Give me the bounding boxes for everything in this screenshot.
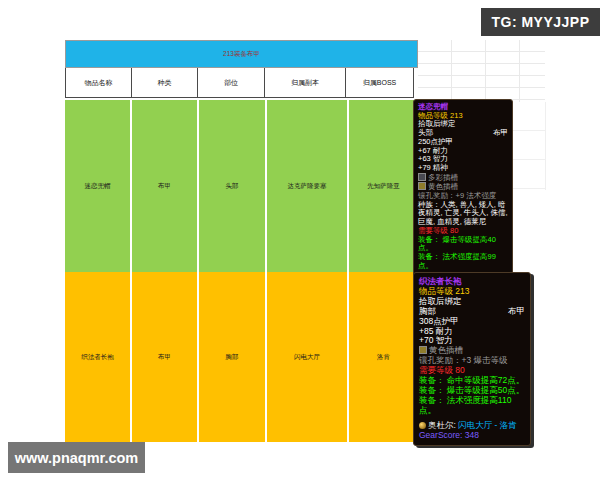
socket-label: 黄色插槽 — [429, 345, 463, 355]
equip-bonus-crit: 装备： 爆击等级提高40点。 — [418, 236, 508, 253]
cell-slot[interactable]: 头部 — [199, 100, 267, 272]
cell-dungeon[interactable]: 闪电大厅 — [267, 272, 349, 442]
item-tooltip-robe: 织法者长袍 物品等级 213 拾取后绑定 胸部 布甲 308点护甲 +85 耐力… — [413, 272, 531, 446]
gear-table: 213装备布甲 物品名称 种类 部位 归属副本 归属BOSS 迷恋兜帽 布甲 头… — [65, 40, 418, 440]
cell-type[interactable]: 布甲 — [132, 272, 199, 442]
cell-boss[interactable]: 先知萨隆亚 — [349, 100, 418, 272]
socket-label: 黄色插槽 — [428, 182, 458, 191]
col-header-dungeon[interactable]: 归属副本 — [264, 68, 346, 98]
spreadsheet-gridlines — [418, 40, 545, 102]
col-header-type[interactable]: 种类 — [131, 68, 198, 98]
cell-boss[interactable]: 洛肯 — [349, 272, 418, 442]
col-header-item-name[interactable]: 物品名称 — [65, 68, 132, 98]
gearscore-value: 348 — [465, 430, 479, 440]
gearscore-label: GearScore: — [419, 430, 462, 440]
stat-spirit: +79 精神 — [418, 164, 508, 173]
meta-socket-icon — [418, 173, 426, 181]
col-header-boss[interactable]: 归属BOSS — [345, 68, 414, 98]
yellow-socket-icon — [419, 346, 427, 354]
gearscore-line: GearScore: 348 — [419, 431, 525, 441]
tg-contact-text: TG: MYYJJPP — [491, 14, 589, 30]
races-line: 种族：人类, 兽人, 矮人, 暗夜精灵, 亡灵, 牛头人, 侏儒, 巨魔, 血精… — [418, 201, 508, 227]
equip-bonus-spellpower: 装备： 法术强度提高110点。 — [419, 396, 525, 416]
cell-dungeon[interactable]: 达克萨隆要塞 — [267, 100, 349, 272]
socket-line: 多彩插槽 — [418, 173, 508, 183]
table-row-robe: 织法者长袍 布甲 胸部 闪电大厅 洛肯 — [65, 270, 418, 440]
source-text: 闪电大厅 - 洛肯 — [458, 420, 517, 430]
table-title-bar[interactable]: 213装备布甲 — [65, 40, 418, 68]
tg-contact-badge: TG: MYYJJPP — [481, 8, 600, 36]
cell-item-name[interactable]: 迷恋兜帽 — [65, 100, 132, 272]
site-watermark-text: www.pnaqmr.com — [15, 450, 139, 466]
table-title: 213装备布甲 — [223, 50, 260, 59]
table-row-hood: 迷恋兜帽 布甲 头部 达克萨隆要塞 先知萨隆亚 — [65, 98, 418, 270]
source-zone: 奥杜尔: — [428, 420, 456, 430]
equip-bonus-spellpower: 装备： 法术强度提高99点。 — [418, 253, 508, 270]
cell-item-name[interactable]: 织法者长袍 — [65, 272, 132, 442]
socket-label: 多彩插槽 — [428, 173, 458, 182]
screenshot-root: TG: MYYJJPP 213装备布甲 物品名称 种类 部位 归属副本 归属BO… — [0, 0, 600, 480]
cell-slot[interactable]: 胸部 — [199, 272, 267, 442]
site-watermark: www.pnaqmr.com — [8, 442, 145, 473]
armor-type-label: 布甲 — [493, 129, 508, 138]
table-header-row: 物品名称 种类 部位 归属副本 归属BOSS — [65, 68, 418, 98]
cell-type[interactable]: 布甲 — [132, 100, 199, 272]
yellow-socket-icon — [418, 182, 426, 190]
col-header-slot[interactable]: 部位 — [197, 68, 265, 98]
boss-icon — [419, 422, 426, 429]
armor-type-label: 布甲 — [508, 307, 525, 317]
